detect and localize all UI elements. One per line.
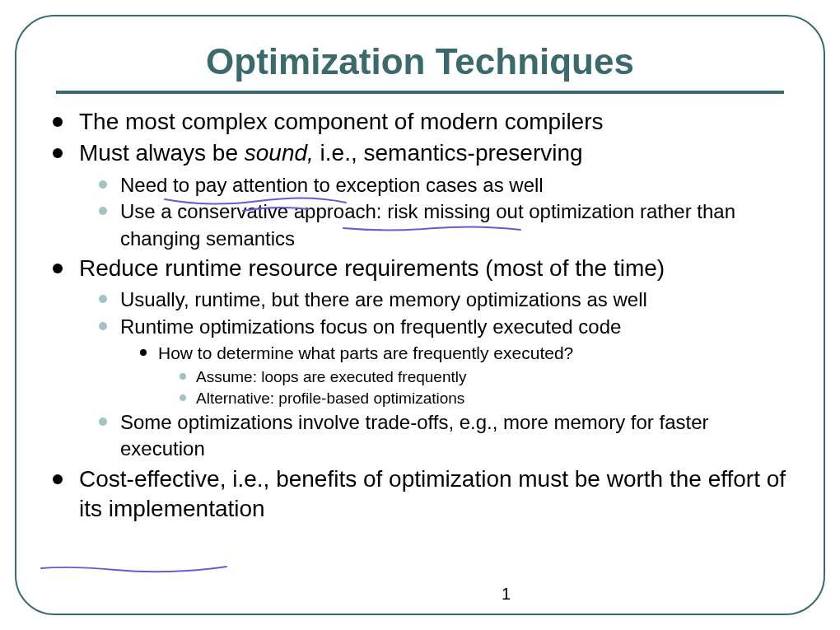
sub2-bullet-dot	[140, 349, 147, 356]
sub-bullet-dot	[99, 180, 107, 189]
sub-bullet-text: Runtime optimizations focus on frequentl…	[120, 314, 621, 340]
slide-title: Optimization Techniques	[49, 41, 791, 82]
bullet-item: Must always be sound, i.e., semantics-pr…	[49, 138, 791, 252]
sub3-bullet-dot	[180, 394, 186, 401]
sub-bullet-text: Need to pay attention to exception cases…	[120, 172, 544, 198]
bullet-dot	[53, 264, 63, 273]
sub-bullet-dot	[99, 295, 107, 303]
sub-bullet-item: Usually, runtime, but there are memory o…	[99, 287, 791, 313]
content-list: The most complex component of modern com…	[49, 107, 791, 524]
sub-bullet-item: Runtime optimizations focus on frequentl…	[99, 314, 791, 409]
title-underline	[56, 91, 784, 94]
bullet-item: Cost-effective, i.e., benefits of optimi…	[49, 464, 791, 525]
sub-bullet-text: Use a conservative approach: risk missin…	[120, 198, 791, 252]
sub3-bullet-text: Alternative: profile-based optimizations	[196, 388, 464, 409]
bullet-text: Must always be sound, i.e., semantics-pr…	[79, 138, 583, 168]
sub-bullet-item: Some optimizations involve trade-offs, e…	[99, 409, 791, 463]
sub-bullet-dot	[99, 418, 107, 426]
bullet-item: Reduce runtime resource requirements (mo…	[49, 254, 791, 463]
sub-bullet-item: Use a conservative approach: risk missin…	[99, 198, 791, 252]
sub-bullet-dot	[99, 207, 107, 215]
bullet-text: The most complex component of modern com…	[79, 107, 604, 137]
sub3-bullet-item: Assume: loops are executed frequently	[180, 366, 791, 388]
bullet-text: Reduce runtime resource requirements (mo…	[79, 254, 665, 283]
bullet-dot	[53, 117, 63, 127]
bullet-dot	[53, 474, 63, 484]
sub3-bullet-text: Assume: loops are executed frequently	[196, 366, 466, 388]
page-number: 1	[502, 585, 511, 604]
sub2-bullet-item: How to determine what parts are frequent…	[140, 342, 791, 409]
bullet-dot	[53, 148, 63, 158]
slide-frame: Optimization Techniques The most complex…	[15, 15, 825, 615]
sub-bullet-dot	[99, 322, 107, 330]
bullet-item: The most complex component of modern com…	[49, 107, 791, 137]
bullet-text: Cost-effective, i.e., benefits of optimi…	[79, 464, 791, 525]
sub3-bullet-dot	[180, 373, 186, 380]
sub-bullet-text: Usually, runtime, but there are memory o…	[120, 287, 647, 313]
sub3-bullet-item: Alternative: profile-based optimizations	[180, 388, 791, 409]
sub-bullet-text: Some optimizations involve trade-offs, e…	[120, 409, 791, 463]
sub2-bullet-text: How to determine what parts are frequent…	[158, 342, 573, 365]
sub-bullet-item: Need to pay attention to exception cases…	[99, 172, 791, 198]
